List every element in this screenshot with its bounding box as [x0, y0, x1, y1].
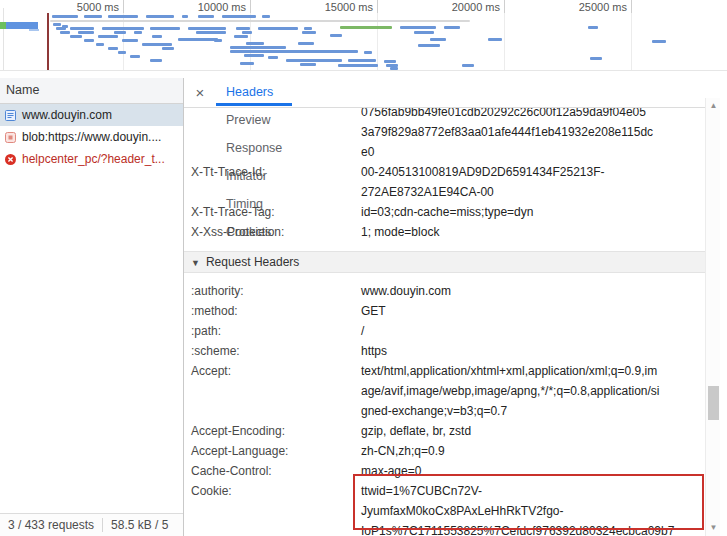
header-value: text/html,application/xhtml+xml,applicat…	[361, 361, 660, 421]
requests-list-panel: Name www.douyin.comblob:https://www.douy…	[0, 78, 184, 536]
header-row: X-Tt-Trace-Tag:id=03;cdn-cache=miss;type…	[184, 202, 705, 222]
waterfall-bar	[444, 26, 460, 29]
header-value-line: zh-CN,zh;q=0.9	[361, 441, 445, 461]
waterfall-bar	[84, 15, 102, 18]
header-value: /	[361, 321, 364, 341]
header-value: www.douyin.com	[361, 281, 451, 301]
waterfall-bar	[258, 27, 298, 30]
ruler-gridline	[377, 0, 378, 71]
header-value: 00-240513100819AD9D2D6591434F25213F-272A…	[361, 162, 605, 202]
name-column-header[interactable]: Name	[0, 78, 183, 104]
waterfall-bar	[182, 15, 188, 18]
document-icon	[4, 109, 17, 122]
waterfall-bar	[348, 59, 376, 62]
header-value-line: gned-exchange;v=b3;q=0.7	[361, 401, 660, 421]
waterfall-bar	[262, 15, 270, 18]
waterfall-bar	[60, 31, 70, 34]
ruler-gridline	[123, 0, 124, 71]
overview-corner-divider	[3, 8, 4, 70]
waterfall-bar	[122, 39, 138, 42]
waterfall-bar	[130, 55, 140, 58]
header-row: :method:GET	[184, 301, 705, 321]
header-row: X-Xss-Protection:1; mode=block	[184, 222, 705, 242]
transferred-size: 58.5 kB / 5	[102, 518, 176, 532]
waterfall-bar	[364, 51, 372, 54]
waterfall-bar	[150, 59, 162, 62]
header-value-line: age/avif,image/webp,image/apng,*/*;q=0.8…	[361, 381, 660, 401]
waterfall-bar	[152, 35, 162, 38]
header-row: Cache-Control:max-age=0	[184, 461, 705, 481]
waterfall-bar	[53, 23, 61, 26]
waterfall-bar	[162, 47, 174, 50]
header-value-line: gzip, deflate, br, zstd	[361, 421, 471, 441]
request-row[interactable]: www.douyin.com	[0, 104, 183, 126]
ruler-tick-label: 15000 ms	[325, 1, 373, 13]
scrollbar-thumb[interactable]	[708, 386, 719, 420]
waterfall-bar	[118, 51, 126, 54]
header-value-line: id=03;cdn-cache=miss;type=dyn	[361, 202, 533, 222]
waterfall-bar	[400, 26, 436, 29]
waterfall-bar	[236, 27, 250, 30]
overview-selection-bar-blue	[6, 22, 38, 29]
header-row: Cookie:ttwid=1%7CUBCn72V-JyumfaxM0koCx8P…	[184, 481, 705, 536]
ruler-tick-label: 10000 ms	[198, 1, 246, 13]
scroll-up-arrow-icon[interactable]: ▲	[706, 100, 721, 112]
waterfall-bar	[70, 35, 82, 38]
details-tabs: HeadersPreviewResponseInitiatorTimingCoo…	[216, 78, 292, 107]
waterfall-bar	[50, 20, 470, 22]
tab-headers[interactable]: Headers	[216, 78, 292, 106]
waterfall-bar	[244, 54, 264, 57]
waterfall-bar	[418, 44, 440, 47]
waterfall-bar	[488, 38, 502, 41]
header-value: GET	[361, 301, 386, 321]
network-overview-waterfall[interactable]: 5000 ms10000 ms15000 ms20000 ms25000 ms3…	[0, 0, 727, 71]
error-icon	[4, 153, 17, 166]
header-value-line: GET	[361, 301, 386, 321]
header-value: https	[361, 341, 387, 361]
header-name: X-Tt-Trace-Tag:	[184, 202, 361, 222]
header-name: X-Tt-Trace-Id:	[184, 162, 361, 202]
waterfall-bar	[340, 26, 392, 29]
request-row[interactable]: blob:https://www.douyin....	[0, 126, 183, 148]
request-rows: www.douyin.comblob:https://www.douyin...…	[0, 104, 183, 170]
waterfall-bar	[146, 15, 174, 18]
waterfall-bar	[178, 38, 218, 41]
request-details-panel: × HeadersPreviewResponseInitiatorTimingC…	[184, 78, 727, 536]
waterfall-bar	[102, 27, 144, 30]
waterfall-bar	[384, 60, 396, 63]
header-value: zh-CN,zh;q=0.9	[361, 441, 445, 461]
request-row[interactable]: helpcenter_pc/?header_t...	[0, 148, 183, 170]
header-value: 1; mode=block	[361, 222, 439, 242]
header-value-line: 0756fab9bb49fe01cdb20292c26c00f12a59da9f…	[361, 108, 653, 122]
scroll-down-arrow-icon[interactable]: ▼	[706, 522, 721, 534]
ruler-gridline	[250, 0, 251, 71]
waterfall-bar	[230, 46, 286, 49]
header-name: :authority:	[184, 281, 361, 301]
header-value-line: www.douyin.com	[361, 281, 451, 301]
header-row: Accept-Language:zh-CN,zh;q=0.9	[184, 441, 705, 461]
header-value-line: IoP1s%7C1711553825%7Cefdcf976392d80324ec…	[361, 521, 674, 536]
vertical-scrollbar[interactable]: ▲ ▼	[705, 98, 720, 536]
headers-content: 0756fab9bb49fe01cdb20292c26c00f12a59da9f…	[184, 108, 705, 536]
details-tab-bar: × HeadersPreviewResponseInitiatorTimingC…	[184, 78, 720, 108]
header-name: Accept:	[184, 361, 361, 421]
header-row: X-Tt-Trace-Id:00-240513100819AD9D2D65914…	[184, 162, 705, 202]
header-name	[184, 108, 361, 162]
header-value: id=03;cdn-cache=miss;type=dyn	[361, 202, 533, 222]
header-value-line: JyumfaxM0koCx8PAxLeHhRkTV2fgo-	[361, 501, 674, 521]
header-value-line: /	[361, 321, 364, 341]
close-icon[interactable]: ×	[184, 78, 216, 107]
header-value: ttwid=1%7CUBCn72V-JyumfaxM0koCx8PAxLeHhR…	[361, 481, 674, 536]
waterfall-bar	[246, 42, 264, 45]
header-name: Accept-Encoding:	[184, 421, 361, 441]
waterfall-bar	[302, 31, 316, 34]
header-name: Cookie:	[184, 481, 361, 536]
load-event-marker-line	[47, 13, 49, 70]
header-value-line: 3a79f829a8772ef83aa01afe444f1eb41932e208…	[361, 122, 653, 142]
waterfall-bar	[114, 31, 126, 34]
request-headers-section-header[interactable]: ▼Request Headers	[184, 251, 705, 273]
header-value-line: text/html,application/xhtml+xml,applicat…	[361, 361, 660, 381]
waterfall-bar	[142, 43, 172, 46]
waterfall-bar	[52, 15, 78, 18]
header-name: :scheme:	[184, 341, 361, 361]
